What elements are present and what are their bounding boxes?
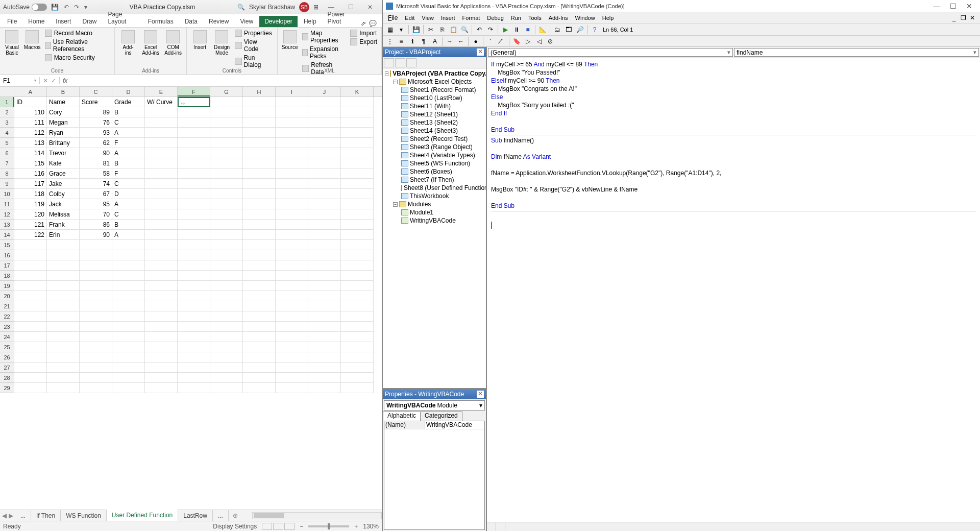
cell[interactable] <box>112 291 145 301</box>
procedure-dropdown[interactable]: findName <box>734 48 979 57</box>
export-button[interactable]: Export <box>349 38 378 46</box>
cell[interactable] <box>178 209 210 220</box>
cell[interactable] <box>14 281 47 291</box>
cell[interactable] <box>276 138 308 148</box>
cell[interactable] <box>210 260 243 271</box>
zoom-in-icon[interactable]: + <box>354 523 358 530</box>
cell[interactable]: 67 <box>80 189 112 199</box>
cell[interactable] <box>341 230 374 240</box>
cell[interactable] <box>145 373 178 383</box>
cell[interactable] <box>210 322 243 332</box>
cell[interactable] <box>308 189 341 199</box>
cell[interactable] <box>308 363 341 373</box>
cell[interactable] <box>308 148 341 158</box>
undo-icon[interactable]: ↶ <box>474 25 484 35</box>
cell[interactable] <box>276 301 308 311</box>
cell[interactable]: C <box>112 117 145 128</box>
cell[interactable] <box>178 281 210 291</box>
cell[interactable]: Melissa <box>47 209 80 220</box>
cell[interactable]: Brittany <box>47 138 80 148</box>
breakpoint-icon[interactable]: ● <box>471 36 481 46</box>
cell[interactable]: 86 <box>80 220 112 230</box>
tree-sheet-object[interactable]: Sheet4 (Variable Types) <box>383 151 486 159</box>
cell[interactable] <box>80 322 112 332</box>
cell[interactable] <box>276 148 308 158</box>
cell[interactable] <box>308 301 341 311</box>
row-header[interactable]: 8 <box>0 168 14 179</box>
col-header[interactable]: G <box>210 87 243 96</box>
prop-value[interactable]: WritingVBACode <box>425 421 484 429</box>
sheet-nav-next-icon[interactable]: ▶ <box>9 512 13 519</box>
cell[interactable] <box>145 158 178 168</box>
cell[interactable] <box>178 342 210 352</box>
quick-info-icon[interactable]: ℹ <box>407 36 418 46</box>
zoom-out-icon[interactable]: − <box>300 523 303 530</box>
cell[interactable] <box>145 209 178 220</box>
cell[interactable] <box>178 271 210 281</box>
cell[interactable]: A <box>112 148 145 158</box>
cell[interactable] <box>243 97 276 107</box>
tree-module[interactable]: WritingVBACode <box>383 216 486 225</box>
cell[interactable]: C <box>112 179 145 189</box>
menu-help[interactable]: Help <box>599 15 617 21</box>
row-header[interactable]: 18 <box>0 271 14 281</box>
cell[interactable] <box>178 352 210 363</box>
child-close-icon[interactable]: ✕ <box>969 14 976 21</box>
cell[interactable] <box>14 301 47 311</box>
cell[interactable] <box>178 240 210 250</box>
cell[interactable] <box>47 342 80 352</box>
tab-formulas[interactable]: Formulas <box>143 16 179 27</box>
cell[interactable] <box>47 301 80 311</box>
col-header[interactable]: I <box>276 87 308 96</box>
cell[interactable] <box>47 240 80 250</box>
cell[interactable] <box>276 363 308 373</box>
cell[interactable]: F <box>112 138 145 148</box>
cell[interactable] <box>80 383 112 393</box>
cell[interactable] <box>14 311 47 322</box>
cell[interactable] <box>308 240 341 250</box>
cell[interactable] <box>210 383 243 393</box>
cell[interactable] <box>341 383 374 393</box>
cell[interactable] <box>112 301 145 311</box>
cell[interactable] <box>178 332 210 342</box>
row-header[interactable]: 17 <box>0 260 14 271</box>
cell[interactable]: 70 <box>80 209 112 220</box>
cell[interactable] <box>341 189 374 199</box>
toggle-folders-icon[interactable] <box>406 58 416 67</box>
cell[interactable] <box>243 179 276 189</box>
cell[interactable]: 111 <box>14 117 47 128</box>
cell[interactable] <box>112 342 145 352</box>
row-header[interactable]: 14 <box>0 230 14 240</box>
cell[interactable] <box>210 179 243 189</box>
menu-run[interactable]: Run <box>508 15 524 21</box>
sheet-tab-active[interactable]: User Defined Function <box>107 510 178 522</box>
cell[interactable] <box>80 373 112 383</box>
cut-icon[interactable]: ✂ <box>426 25 436 35</box>
cell[interactable] <box>341 342 374 352</box>
cell[interactable] <box>14 352 47 363</box>
tab-file[interactable]: File <box>2 16 22 27</box>
cell[interactable] <box>178 311 210 322</box>
cell[interactable] <box>276 107 308 117</box>
cell[interactable] <box>276 291 308 301</box>
cell[interactable] <box>210 148 243 158</box>
bookmark-icon[interactable]: 🔖 <box>511 36 522 46</box>
cell[interactable] <box>210 138 243 148</box>
break-icon[interactable]: ⏸ <box>511 25 522 35</box>
cell[interactable] <box>276 117 308 128</box>
cell[interactable] <box>178 199 210 209</box>
cell[interactable] <box>210 291 243 301</box>
tab-home[interactable]: Home <box>23 16 50 27</box>
cell[interactable] <box>145 199 178 209</box>
comment-icon[interactable]: ' <box>485 36 496 46</box>
layout-view-icon[interactable] <box>273 523 283 530</box>
cell[interactable] <box>145 342 178 352</box>
row-header[interactable]: 6 <box>0 148 14 158</box>
cell[interactable] <box>243 332 276 342</box>
sheet-tab[interactable]: If Then <box>31 510 61 521</box>
design-mode-button[interactable]: Design Mode <box>212 29 232 57</box>
spreadsheet-grid[interactable]: A B C D E F G H I J K 123456789101112131… <box>0 87 382 510</box>
cell[interactable]: 112 <box>14 128 47 138</box>
cell[interactable] <box>112 322 145 332</box>
cell[interactable] <box>112 281 145 291</box>
